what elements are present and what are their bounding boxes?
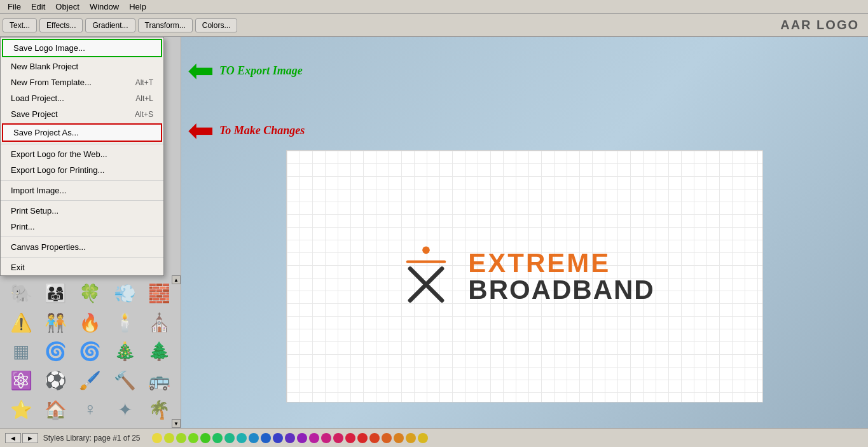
icon-brush[interactable]: 🖌️ <box>74 368 106 394</box>
icon-palm[interactable]: 🌴 <box>144 396 176 423</box>
menu-object[interactable]: Object <box>50 1 85 13</box>
canvas-props-label: Canvas Properties... <box>11 242 86 252</box>
menu-item-import-image[interactable]: Import Image... <box>1 182 163 198</box>
icon-ball[interactable]: ⚽ <box>39 368 71 394</box>
page-prev-button[interactable]: ◄ <box>5 433 21 443</box>
color-swatch[interactable] <box>224 433 235 443</box>
color-swatch[interactable] <box>176 433 186 443</box>
menu-item-save-logo[interactable]: Save Logo Image... <box>2 39 162 57</box>
icon-tree[interactable]: 🎄 <box>109 338 141 365</box>
icon-wonder2[interactable]: ✦ <box>109 396 141 423</box>
icon-wonder[interactable]: ♀️ <box>74 396 106 423</box>
annotation-export: ⬅ TO Export Image <box>188 55 303 86</box>
color-swatch[interactable] <box>249 433 259 443</box>
color-swatch[interactable] <box>212 433 223 443</box>
separator-5 <box>1 257 163 258</box>
statusbar: ◄ ► Styles Library: page #1 of 25 <box>0 428 868 447</box>
print-setup-label: Print Setup... <box>11 206 59 216</box>
new-blank-label: New Blank Project <box>11 62 78 71</box>
separator-1 <box>1 144 163 144</box>
menu-item-new-blank[interactable]: New Blank Project <box>1 58 163 74</box>
new-template-label: New From Template... <box>11 78 92 87</box>
menu-edit[interactable]: Edit <box>26 1 50 13</box>
logo-text-block: EXTREME BROADBAND <box>468 250 654 303</box>
menu-item-export-print[interactable]: Export Logo for Printing... <box>1 162 163 178</box>
main-layout: Save Logo Image... New Blank Project New… <box>0 37 868 428</box>
color-swatch[interactable] <box>309 433 319 443</box>
icon-house[interactable]: 🏠 <box>39 396 71 423</box>
icon-bricks[interactable]: 🧱 <box>144 280 176 307</box>
icon-atom[interactable]: ⚛️ <box>5 368 37 394</box>
load-project-label: Load Project... <box>11 93 64 103</box>
icon-grid[interactable]: ▦ <box>5 338 37 365</box>
print-label: Print... <box>11 222 35 231</box>
icon-elephant[interactable]: 🐘 <box>5 280 37 307</box>
menu-item-save-project-as[interactable]: Save Project As... <box>2 123 162 142</box>
menubar: File Edit Object Window Help <box>0 0 868 14</box>
icon-flame[interactable]: 🕯️ <box>109 310 141 336</box>
page-next-button[interactable]: ► <box>22 433 38 443</box>
color-swatch[interactable] <box>152 433 162 443</box>
logo-canvas[interactable]: EXTREME BROADBAND <box>286 150 763 402</box>
icon-warning[interactable]: ⚠️ <box>5 310 37 336</box>
menu-item-new-template[interactable]: New From Template... Alt+T <box>1 74 163 90</box>
separator-2 <box>1 180 163 181</box>
color-swatch[interactable] <box>369 433 380 443</box>
color-swatch[interactable] <box>188 433 198 443</box>
menu-item-load-project[interactable]: Load Project... Alt+L <box>1 90 163 106</box>
text-button[interactable]: Text... <box>3 18 37 32</box>
menu-item-save-project[interactable]: Save Project Alt+S <box>1 106 163 122</box>
logo-content: EXTREME BROADBAND <box>394 245 654 308</box>
color-swatch[interactable] <box>321 433 331 443</box>
color-swatch[interactable] <box>200 433 210 443</box>
icon-church[interactable]: ⛪ <box>144 310 176 336</box>
color-swatch[interactable] <box>285 433 295 443</box>
color-palette <box>152 433 428 443</box>
left-sidebar: Save Logo Image... New Blank Project New… <box>0 37 181 428</box>
annotation-changes-text: To Make Changes <box>219 124 305 137</box>
color-swatch[interactable] <box>357 433 368 443</box>
icon-clover[interactable]: 🍀 <box>74 280 106 307</box>
page-info: Styles Library: page #1 of 25 <box>43 434 141 443</box>
icon-hammer[interactable]: 🔨 <box>109 368 141 394</box>
sidebar-scroll-down[interactable]: ▼ <box>172 419 181 428</box>
color-swatch[interactable] <box>418 433 428 443</box>
menu-window[interactable]: Window <box>85 1 124 13</box>
icon-bus[interactable]: 🚌 <box>144 368 176 394</box>
color-swatch[interactable] <box>273 433 283 443</box>
gradient-button[interactable]: Gradient... <box>85 18 135 32</box>
menu-item-export-web[interactable]: Export Logo for the Web... <box>1 146 163 162</box>
color-swatch[interactable] <box>297 433 307 443</box>
effects-button[interactable]: Effects... <box>39 18 83 32</box>
annotation-changes: ⬅ To Make Changes <box>188 114 305 146</box>
menu-item-print-setup[interactable]: Print Setup... <box>1 203 163 219</box>
color-swatch[interactable] <box>394 433 404 443</box>
color-swatch[interactable] <box>345 433 355 443</box>
icon-people[interactable]: 👨‍👩‍👧 <box>39 280 71 307</box>
arrow-red-icon: ⬅ <box>188 114 214 146</box>
color-swatch[interactable] <box>261 433 271 443</box>
menu-item-canvas-props[interactable]: Canvas Properties... <box>1 239 163 255</box>
icon-star[interactable]: ⭐ <box>5 396 37 423</box>
color-swatch[interactable] <box>382 433 392 443</box>
sidebar-scroll-up[interactable]: ▲ <box>172 275 181 284</box>
color-swatch[interactable] <box>164 433 174 443</box>
menu-item-exit[interactable]: Exit <box>1 259 163 275</box>
icon-wind[interactable]: 💨 <box>109 280 141 307</box>
menu-file[interactable]: File <box>3 1 26 13</box>
colors-button[interactable]: Colors... <box>195 18 238 32</box>
separator-4 <box>1 237 163 237</box>
menu-help[interactable]: Help <box>124 1 151 13</box>
icon-spiral2[interactable]: 🌀 <box>74 338 106 365</box>
transform-button[interactable]: Transform... <box>138 18 193 32</box>
file-dropdown-menu: Save Logo Image... New Blank Project New… <box>0 37 164 276</box>
icon-spiral[interactable]: 🌀 <box>39 338 71 365</box>
color-swatch[interactable] <box>237 433 247 443</box>
icon-pine[interactable]: 🌲 <box>144 338 176 365</box>
toolbar: Text... Effects... Gradient... Transform… <box>0 14 868 37</box>
icon-fire[interactable]: 🔥 <box>74 310 106 336</box>
color-swatch[interactable] <box>406 433 416 443</box>
icon-people2[interactable]: 🧑‍🤝‍🧑 <box>39 310 71 336</box>
menu-item-print[interactable]: Print... <box>1 219 163 235</box>
color-swatch[interactable] <box>333 433 343 443</box>
